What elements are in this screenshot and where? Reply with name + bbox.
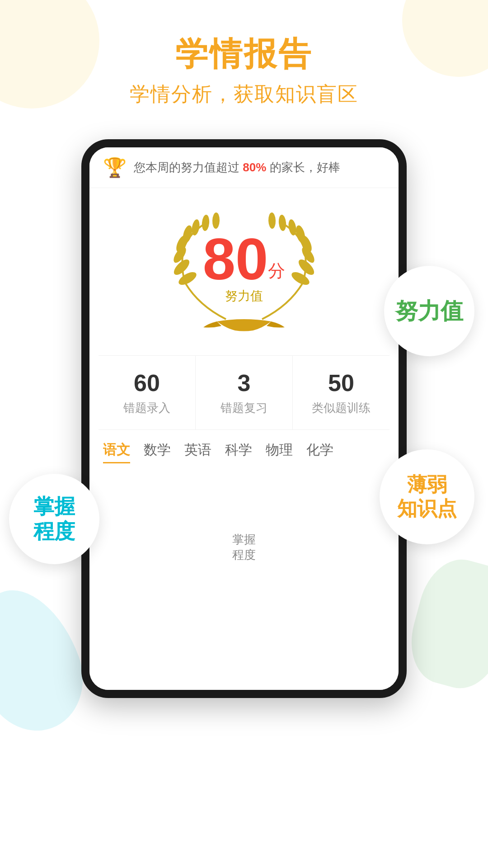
subject-tab-2[interactable]: 英语 xyxy=(184,441,211,463)
float-ruodianzhishidian: 薄弱知识点 xyxy=(380,449,474,544)
stat-item-2: 50 类似题训练 xyxy=(293,356,389,429)
float-nulizhi-text: 努力值 xyxy=(395,299,463,324)
phone-container: 努力值 掌握程度 薄弱知识点 🏆 您本周的努力值超过 80% 的家长，好棒 xyxy=(0,139,488,698)
donut-chart: 掌握程度 xyxy=(176,480,312,615)
stat-item-1: 3 错题复习 xyxy=(196,356,293,429)
stat-number-2: 50 xyxy=(297,369,385,396)
trophy-icon: 🏆 xyxy=(103,156,127,179)
trophy-highlight: 80% xyxy=(243,160,266,174)
float-zhangwochengdu-text: 掌握程度 xyxy=(33,494,75,544)
stat-number-1: 3 xyxy=(200,369,288,396)
float-zhangwochengdu: 掌握程度 xyxy=(9,474,99,564)
svg-point-15 xyxy=(268,212,276,229)
stat-item-0: 60 错题录入 xyxy=(99,356,196,429)
stat-desc-1: 错题复习 xyxy=(200,400,288,416)
score-number: 80 xyxy=(203,226,268,292)
float-ruodianzhishidian-text: 薄弱知识点 xyxy=(397,473,457,521)
chart-section: 掌握程度 xyxy=(89,471,399,642)
subject-tabs[interactable]: 语文数学英语科学物理化学 xyxy=(89,430,399,471)
stat-number-0: 60 xyxy=(103,369,191,396)
subject-tab-1[interactable]: 数学 xyxy=(144,441,171,463)
stat-desc-2: 类似题训练 xyxy=(297,400,385,416)
float-nulizhi: 努力值 xyxy=(384,266,474,356)
header: 学情报告 学情分析，获取知识盲区 xyxy=(0,0,488,121)
stats-row: 60 错题录入 3 错题复习 50 类似题训练 xyxy=(99,355,389,430)
subject-tab-4[interactable]: 物理 xyxy=(266,441,293,463)
donut-center-text: 掌握程度 xyxy=(232,532,256,563)
subject-tab-5[interactable]: 化学 xyxy=(306,441,333,463)
trophy-banner: 🏆 您本周的努力值超过 80% 的家长，好棒 xyxy=(89,147,399,188)
page-subtitle: 学情分析，获取知识盲区 xyxy=(0,81,488,108)
subject-tab-3[interactable]: 科学 xyxy=(225,441,252,463)
score-section: 80分 努力值 xyxy=(89,188,399,355)
phone-inner: 🏆 您本周的努力值超过 80% 的家长，好棒 xyxy=(89,147,399,690)
score-display: 80分 努力值 xyxy=(203,230,286,305)
subject-tab-0[interactable]: 语文 xyxy=(103,441,130,463)
score-unit: 分 xyxy=(268,261,285,280)
trophy-text: 您本周的努力值超过 80% 的家长，好棒 xyxy=(134,160,340,175)
laurel-wreath: 80分 努力值 xyxy=(163,206,325,342)
phone-mockup: 🏆 您本周的努力值超过 80% 的家长，好棒 xyxy=(81,139,407,698)
page-title: 学情报告 xyxy=(0,36,488,72)
stat-desc-0: 错题录入 xyxy=(103,400,191,416)
